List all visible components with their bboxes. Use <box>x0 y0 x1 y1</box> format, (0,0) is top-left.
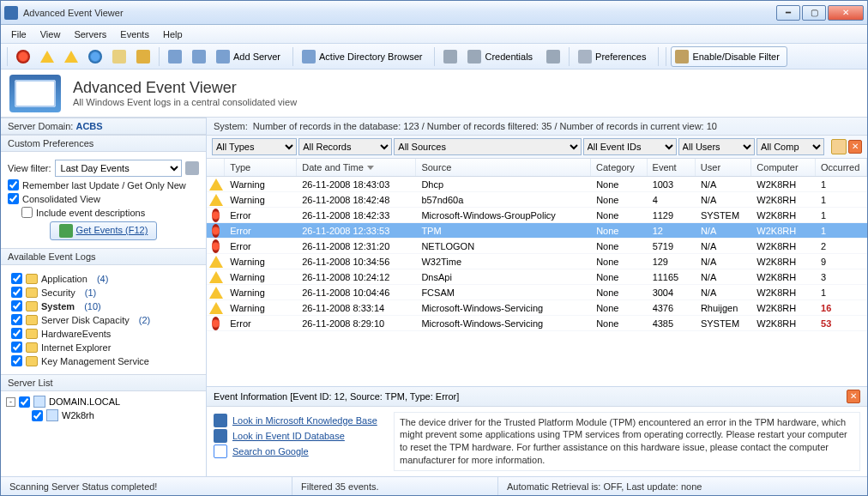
tb-server2-icon[interactable] <box>188 46 210 67</box>
credentials-button[interactable]: Credentials <box>463 46 540 67</box>
table-row[interactable]: Error26-11-2008 18:42:33Microsoft-Window… <box>207 208 867 223</box>
log-item[interactable]: Server Disk Capacity (2) <box>8 314 199 325</box>
col-date[interactable]: Date and Time <box>297 159 416 176</box>
tb-warning2-icon[interactable] <box>60 46 82 67</box>
table-row[interactable]: Error26-11-2008 12:31:20NETLOGONNone5719… <box>207 239 867 254</box>
menu-file[interactable]: File <box>4 27 33 41</box>
server-checkbox[interactable] <box>32 410 43 421</box>
table-row[interactable]: Error26-11-2008 12:33:53TPMNone12N/AW2K8… <box>207 223 867 239</box>
log-item[interactable]: System (10) <box>8 300 199 312</box>
log-checkbox[interactable] <box>11 355 22 366</box>
menu-servers[interactable]: Servers <box>67 27 113 41</box>
link-google[interactable]: Search on Google <box>214 445 385 458</box>
cell-source: Dhcp <box>416 178 591 191</box>
maximize-button[interactable]: ▢ <box>802 5 826 21</box>
domain-icon <box>33 396 45 408</box>
tb-warning-icon[interactable] <box>36 46 58 67</box>
col-user[interactable]: User <box>696 159 752 176</box>
log-checkbox[interactable] <box>11 300 22 312</box>
filter-users[interactable]: All Users <box>678 138 755 155</box>
log-name: Server Disk Capacity <box>41 315 130 325</box>
clear-filter-icon[interactable] <box>831 139 847 154</box>
filter-toggle-button[interactable]: Enable/Disable Filter <box>671 46 787 67</box>
filter-eventids[interactable]: All Event IDs <box>583 138 677 155</box>
filter-sources[interactable]: All Sources <box>394 138 581 155</box>
log-item[interactable]: Application (4) <box>8 273 199 284</box>
error-icon <box>212 317 220 330</box>
tb-search-icon[interactable] <box>108 46 130 67</box>
filter-types[interactable]: All Types <box>212 138 297 155</box>
link-mskb[interactable]: Look in Microsoft Knowledge Base <box>214 414 385 427</box>
tb-refresh-icon[interactable] <box>542 46 564 67</box>
table-row[interactable]: Warning26-11-2008 10:34:56W32TimeNone129… <box>207 254 867 269</box>
menu-help[interactable]: Help <box>156 27 190 41</box>
cell-type: Warning <box>225 287 297 299</box>
log-item[interactable]: Key Management Service <box>8 355 199 366</box>
warning-icon <box>209 256 223 268</box>
table-row[interactable]: Warning26-11-2008 10:04:46FCSAMNone3004N… <box>207 285 867 300</box>
ad-browser-button[interactable]: Active Directory Browser <box>298 46 430 67</box>
log-checkbox[interactable] <box>11 328 22 339</box>
log-checkbox[interactable] <box>11 287 22 298</box>
table-row[interactable]: Warning26-11-2008 18:42:48b57nd60aNone4N… <box>207 192 867 208</box>
table-row[interactable]: Warning26-11-2008 18:43:03DhcpNone1003N/… <box>207 177 867 192</box>
preferences-button[interactable]: Preferences <box>574 46 654 67</box>
include-desc-checkbox[interactable] <box>21 207 33 218</box>
tb-lock-icon[interactable] <box>132 46 154 67</box>
table-row[interactable]: Warning26-11-2008 8:33:14Microsoft-Windo… <box>207 300 867 316</box>
close-button[interactable]: ✕ <box>828 5 864 21</box>
cell-category: None <box>591 302 647 314</box>
col-occurred[interactable]: Occurred <box>816 159 867 176</box>
tb-server1-icon[interactable] <box>164 46 186 67</box>
collapse-icon[interactable]: - <box>6 397 15 407</box>
cell-event: 3004 <box>648 287 696 299</box>
col-source[interactable]: Source <box>416 159 591 176</box>
cell-type: Error <box>225 240 297 252</box>
cell-source: b57nd60a <box>416 194 591 206</box>
log-checkbox[interactable] <box>11 273 22 284</box>
get-events-button[interactable]: Get Events (F12) <box>50 221 158 240</box>
consolidated-checkbox[interactable] <box>8 193 19 204</box>
tree-domain-node[interactable]: - DOMAIN.LOCAL <box>6 395 201 408</box>
col-category[interactable]: Category <box>591 159 648 176</box>
tb-info-icon[interactable] <box>84 46 106 67</box>
available-logs-header: Available Event Logs <box>1 248 206 265</box>
system-header: System: Number of records in the databas… <box>207 118 867 136</box>
cell-user: SYSTEM <box>696 318 751 330</box>
menu-view[interactable]: View <box>33 27 68 41</box>
minimize-button[interactable]: ━ <box>776 5 800 21</box>
view-filter-label: View filter: <box>8 163 51 173</box>
add-server-button[interactable]: Add Server <box>212 46 288 67</box>
tb-error-icon[interactable] <box>12 46 34 67</box>
log-checkbox[interactable] <box>11 314 22 325</box>
menu-events[interactable]: Events <box>113 27 156 41</box>
domain-checkbox[interactable] <box>19 396 30 408</box>
filter-records[interactable]: All Records <box>298 138 392 155</box>
col-computer[interactable]: Computer <box>751 159 816 176</box>
db-icon <box>214 429 227 443</box>
view-filter-select[interactable]: Last Day Events <box>55 160 182 177</box>
tb-print-icon[interactable] <box>439 46 461 67</box>
remember-label: Remember last Update / Get Only New <box>22 180 186 191</box>
col-event[interactable]: Event <box>648 159 696 176</box>
remember-checkbox[interactable] <box>8 179 19 191</box>
warning-icon <box>209 271 223 283</box>
cell-type: Error <box>225 318 297 330</box>
cell-event: 4385 <box>648 318 696 330</box>
filter-computers[interactable]: All Comp <box>756 138 824 155</box>
tree-server-node[interactable]: W2k8rh <box>6 408 201 422</box>
log-checkbox[interactable] <box>11 342 22 353</box>
col-type[interactable]: Type <box>225 159 297 176</box>
cell-event: 1129 <box>648 209 696 221</box>
search-icon <box>112 50 126 64</box>
log-item[interactable]: HardwareEvents <box>8 328 199 339</box>
table-row[interactable]: Warning26-11-2008 10:24:12DnsApiNone1116… <box>207 269 867 285</box>
table-row[interactable]: Error26-11-2008 8:29:10Microsoft-Windows… <box>207 316 867 331</box>
close-event-info-icon[interactable]: ✕ <box>847 390 860 403</box>
tools-icon[interactable] <box>185 161 199 175</box>
event-grid[interactable]: Type Date and Time Source Category Event… <box>207 159 867 386</box>
link-eventid-db[interactable]: Look in Event ID Database <box>214 429 385 443</box>
close-filter-icon[interactable]: ✕ <box>848 140 862 154</box>
log-item[interactable]: Internet Explorer <box>8 342 199 353</box>
log-item[interactable]: Security (1) <box>8 287 199 298</box>
